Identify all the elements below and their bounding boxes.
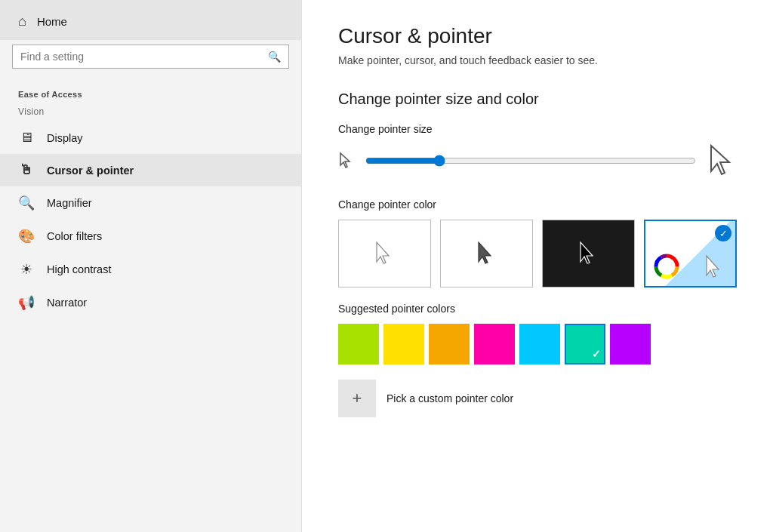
pointer-size-label: Change pointer size [338, 123, 737, 135]
search-icon: 🔍 [268, 51, 281, 63]
sidebar-item-narrator[interactable]: 📢 Narrator [0, 286, 301, 319]
pointer-color-label: Change pointer color [338, 198, 737, 211]
pointer-size-row [338, 144, 737, 177]
swatch-check-icon: ✓ [592, 348, 601, 360]
sidebar-item-magnifier-label: Magnifier [47, 197, 92, 209]
highcontrast-icon: ☀ [18, 261, 35, 278]
custom-color-row: + Pick a custom pointer color [338, 380, 737, 417]
pointer-size-slider-wrap [365, 152, 696, 170]
sidebar-item-display[interactable]: 🖥 Display [0, 121, 301, 154]
white-cursor-svg [374, 241, 395, 266]
selected-check-icon: ✓ [715, 225, 731, 241]
suggested-colors-label: Suggested pointer colors [338, 303, 737, 315]
sidebar-item-display-label: Display [47, 132, 83, 144]
add-custom-color-button[interactable]: + [338, 380, 376, 417]
magnifier-icon: 🔍 [18, 195, 35, 211]
swatch-purple[interactable] [610, 324, 651, 364]
section-title: Change pointer size and color [338, 91, 737, 108]
sidebar-item-colorfilters[interactable]: 🎨 Color filters [0, 220, 301, 253]
home-label: Home [37, 15, 67, 28]
swatch-lime[interactable] [338, 324, 379, 364]
color-wheel-icon [653, 253, 680, 280]
home-icon: ⌂ [18, 14, 26, 29]
custom-color-label: Pick a custom pointer color [386, 392, 513, 404]
sidebar-item-narrator-label: Narrator [47, 297, 87, 309]
color-card-dark[interactable] [440, 220, 533, 288]
small-cursor-icon [338, 152, 353, 170]
large-cursor-icon [708, 144, 737, 177]
main-content: Cursor & pointer Make pointer, cursor, a… [302, 0, 773, 532]
cursor-icon: 🖱 [18, 162, 35, 178]
sidebar-item-highcontrast-label: High contrast [47, 263, 111, 275]
home-button[interactable]: ⌂ Home [0, 0, 301, 40]
page-subtitle: Make pointer, cursor, and touch feedback… [338, 54, 737, 66]
vision-label: Vision [0, 103, 301, 121]
swatch-yellow[interactable] [383, 324, 424, 364]
display-icon: 🖥 [18, 130, 35, 146]
colorfilters-icon: 🎨 [18, 228, 35, 244]
swatch-orange[interactable] [429, 324, 470, 364]
swatch-teal[interactable]: ✓ [565, 324, 605, 364]
dark-cursor-svg [476, 241, 497, 266]
pointer-color-cards: ✓ [338, 220, 737, 288]
custom-cursor-svg [704, 254, 725, 280]
color-card-custom[interactable]: ✓ [644, 220, 737, 288]
color-swatches: ✓ [338, 324, 737, 364]
sidebar-item-highcontrast[interactable]: ☀ High contrast [0, 253, 301, 286]
search-box[interactable]: 🔍 [12, 45, 289, 69]
narrator-icon: 📢 [18, 294, 35, 311]
color-card-white[interactable] [338, 220, 431, 288]
page-title: Cursor & pointer [338, 24, 737, 48]
sidebar-item-colorfilters-label: Color filters [47, 230, 102, 242]
search-wrap: 🔍 [0, 40, 301, 81]
sidebar-item-cursor-label: Cursor & pointer [47, 165, 134, 177]
color-card-black[interactable] [542, 220, 635, 288]
sidebar-item-magnifier[interactable]: 🔍 Magnifier [0, 186, 301, 220]
sidebar: ⌂ Home 🔍 Ease of Access Vision 🖥 Display… [0, 0, 302, 532]
search-input[interactable] [20, 51, 263, 63]
section-label: Ease of Access [0, 81, 301, 103]
black-cursor-svg [577, 241, 599, 266]
swatch-cyan[interactable] [519, 324, 560, 364]
sidebar-item-cursor[interactable]: 🖱 Cursor & pointer [0, 154, 301, 186]
swatch-pink[interactable] [474, 324, 515, 364]
pointer-size-slider[interactable] [365, 155, 696, 167]
